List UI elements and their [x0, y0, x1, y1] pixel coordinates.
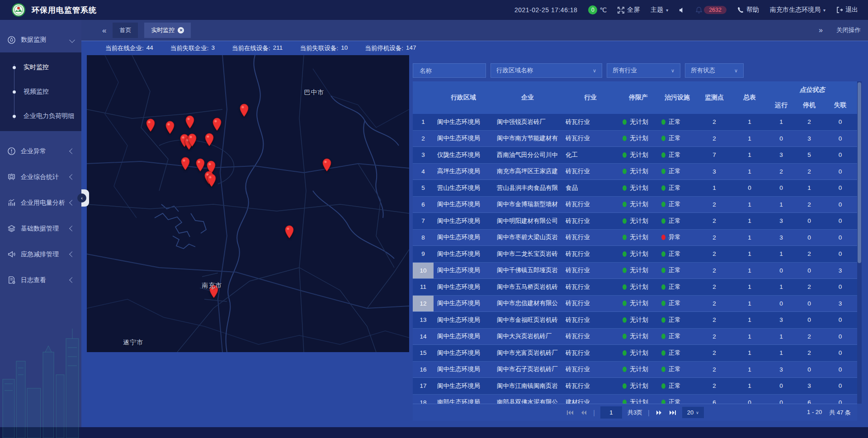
table-row[interactable]: 15阆中生态环境局阆中市光富页岩机砖厂砖瓦行业无计划正常21120	[413, 345, 857, 362]
chevron-down-icon	[69, 37, 75, 43]
cell-monitor-points: 2	[697, 300, 732, 307]
total-pages-label: 共3页	[627, 409, 642, 417]
sidebar-item-power-load-detail[interactable]: 企业电力负荷明细	[0, 104, 81, 128]
map-pin[interactable]	[239, 104, 249, 117]
cell-stop-production: 无计划	[619, 134, 658, 142]
tab-realtime-monitor[interactable]: 实时监控 ✕	[144, 23, 191, 38]
status-dot-green	[661, 251, 665, 257]
table-row[interactable]: 10阆中生态环境局阆中千佛镇五郎垭页岩砖瓦行业无计划正常21003	[413, 263, 857, 279]
chevron-left-icon	[69, 174, 75, 180]
map-pin[interactable]	[212, 118, 222, 131]
sidebar-item-label: 日志查看	[21, 276, 70, 284]
page-number-input[interactable]	[600, 406, 622, 419]
sidebar-collapse-handle[interactable]: ‹	[81, 189, 89, 207]
cell-company: 阆中市石子页岩机砖厂	[493, 365, 562, 373]
sidebar-item-data-monitor[interactable]: 数据监测	[0, 27, 81, 52]
help-label: 帮助	[746, 6, 759, 14]
table-row[interactable]: 1阆中生态环境局阆中强锐页岩砖厂砖瓦行业无计划正常21120	[413, 114, 857, 131]
logout-button[interactable]: 退出	[836, 6, 858, 14]
notifications-button[interactable]: 2632	[696, 6, 726, 14]
industry-select[interactable]: 所有行业 ∨	[607, 63, 680, 78]
last-page-button[interactable]	[669, 410, 677, 416]
cell-company: 阆中市江南镇阆南页岩	[493, 382, 562, 390]
help-button[interactable]: 帮助	[737, 6, 759, 14]
map-pin[interactable]	[146, 118, 156, 132]
map-pin[interactable]	[195, 158, 205, 172]
status-text: 正常	[669, 382, 681, 390]
page-size-value: 20	[687, 409, 693, 416]
table-row[interactable]: 7阆中生态环境局阆中明阳建材有限公司砖瓦行业无计划正常21300	[413, 213, 857, 230]
map-pin[interactable]	[180, 157, 190, 170]
table-row[interactable]: 11阆中生态环境局阆中市五马桥页岩机砖砖瓦行业无计划正常21120	[413, 279, 857, 296]
map-canvas[interactable]: 巴中市南充市遂宁市	[87, 55, 409, 352]
close-operations-button[interactable]: 关闭操作	[836, 26, 861, 34]
bell-icon	[696, 7, 702, 14]
tabs-scroll-right-button[interactable]: »	[819, 26, 823, 34]
temperature-value-badge: 0	[588, 5, 597, 14]
sidebar-item-power-analysis[interactable]: 企业用电量分析	[0, 190, 81, 216]
cell-stop-production: 无计划	[619, 365, 658, 373]
pager-separator: |	[648, 409, 650, 416]
status-dot-green	[661, 119, 665, 125]
cell-stop-production: 无计划	[619, 283, 658, 291]
cell-monitor-points: 1	[697, 184, 732, 191]
map-pin[interactable]	[209, 285, 219, 298]
org-dropdown[interactable]: 南充市生态环境局 ▾	[770, 6, 826, 14]
header-stopped: 停机	[795, 101, 823, 109]
table-row[interactable]: 9阆中生态环境局阆中市二龙长宝页岩砖砖瓦行业无计划正常21120	[413, 246, 857, 263]
fullscreen-button[interactable]: 全屏	[618, 6, 640, 14]
chevron-left-icon	[69, 148, 75, 154]
mute-speaker-button[interactable]	[679, 7, 685, 13]
cell-pollution-facility: 正常	[658, 250, 697, 258]
table-row[interactable]: 3仪陇生态环境局西南油气田分公司川中化工无计划正常71350	[413, 147, 857, 164]
next-page-button[interactable]	[655, 410, 663, 416]
map-pin[interactable]	[204, 133, 214, 146]
cell-region: 营山生态环境局	[434, 184, 493, 192]
cell-lost: 0	[823, 201, 857, 208]
sidebar-item-video-monitor[interactable]: 视频监控	[0, 80, 81, 104]
header-region: 行政区域	[434, 81, 493, 114]
scrollbar-thumb[interactable]	[858, 82, 861, 263]
sidebar-item-log-view[interactable]: 日志查看	[0, 267, 81, 293]
sidebar-item-company-statistics[interactable]: 企业综合统计	[0, 164, 81, 190]
map-pin[interactable]	[284, 225, 294, 239]
status-text: 无计划	[630, 398, 648, 404]
table-row[interactable]: 16阆中生态环境局阆中市石子页岩机砖厂砖瓦行业无计划正常21300	[413, 362, 857, 378]
table-row[interactable]: 14阆中生态环境局阆中大兴页岩机砖厂砖瓦行业无计划正常21120	[413, 329, 857, 345]
sidebar-item-base-data[interactable]: 基础数据管理	[0, 216, 81, 241]
status-select[interactable]: 所有状态 ∨	[685, 63, 744, 78]
map-pin[interactable]	[185, 115, 195, 129]
table-scrollbar[interactable]	[857, 81, 862, 404]
status-dot-green	[623, 268, 627, 273]
sidebar-item-company-abnormal[interactable]: 企业异常	[0, 138, 81, 164]
table-row[interactable]: 18南部生态环境局南部县双佛水泥有限公建材行业无计划正常60060	[413, 395, 857, 404]
region-select[interactable]: 行政区域名称 ∨	[491, 63, 602, 78]
table-row[interactable]: 13阆中生态环境局阆中市金福旺页岩机砖砖瓦行业无计划正常21300	[413, 312, 857, 329]
name-search-input[interactable]	[419, 67, 480, 75]
tabs-scroll-left-button[interactable]: «	[102, 27, 106, 34]
table-row[interactable]: 5营山生态环境局营山县润丰肉食品有限食品无计划正常10010	[413, 180, 857, 197]
table-row[interactable]: 12阆中生态环境局阆中市忠信建材有限公砖瓦行业无计划正常21003	[413, 296, 857, 312]
cell-stop-production: 无计划	[619, 250, 658, 258]
sidebar-item-emergency-reduction[interactable]: 应急减排管理	[0, 241, 81, 267]
map-pin[interactable]	[322, 158, 332, 172]
page-size-select[interactable]: 20 ∨	[682, 407, 704, 418]
table-row[interactable]: 17阆中生态环境局阆中市江南镇阆南页岩砖瓦行业无计划正常21030	[413, 378, 857, 395]
tab-home[interactable]: 首页	[113, 23, 138, 38]
previous-page-button[interactable]	[580, 410, 588, 416]
sidebar-item-label: 应急减排管理	[21, 250, 70, 259]
table-row[interactable]: 4高坪生态环境局南充市高坪区王家店建砖瓦行业无计划正常31220	[413, 164, 857, 180]
table-row[interactable]: 2阆中生态环境局阆中市南方节能建材有砖瓦行业无计划正常21030	[413, 131, 857, 147]
name-search-input-box[interactable]	[413, 63, 486, 78]
map-pin[interactable]	[207, 174, 217, 187]
theme-dropdown[interactable]: 主题 ▾	[651, 6, 668, 14]
table-row[interactable]: 6阆中生态环境局阆中市金博瑞新型墙材砖瓦行业无计划正常21120	[413, 197, 857, 213]
map-pin[interactable]	[165, 121, 175, 134]
status-text: 无计划	[630, 217, 648, 225]
table-row[interactable]: 8阆中生态环境局阆中市枣碧大梁山页岩砖瓦行业无计划异常21300	[413, 230, 857, 246]
sidebar-item-realtime-monitor[interactable]: 实时监控	[0, 55, 81, 80]
map-pin[interactable]	[187, 133, 197, 147]
app-logo-icon	[12, 3, 25, 17]
first-page-button[interactable]	[566, 410, 574, 416]
tab-close-icon[interactable]: ✕	[178, 27, 184, 33]
